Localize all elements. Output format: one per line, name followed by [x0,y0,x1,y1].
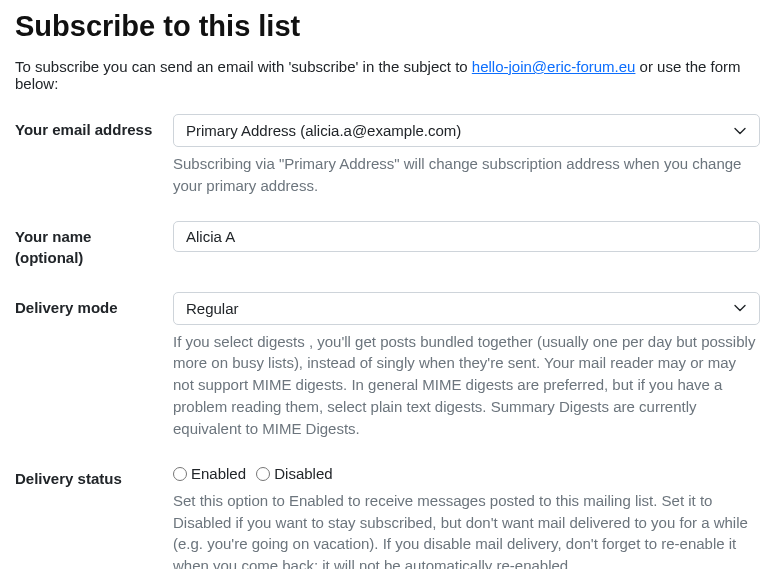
delivery-status-disabled-radio[interactable] [256,467,270,481]
delivery-status-disabled[interactable]: Disabled [256,465,332,482]
delivery-mode-label: Delivery mode [15,292,161,318]
delivery-status-enabled-label: Enabled [191,465,246,482]
email-help: Subscribing via "Primary Address" will c… [173,153,760,197]
delivery-mode-select[interactable]: Regular [173,292,760,325]
delivery-status-enabled-radio[interactable] [173,467,187,481]
delivery-status-label: Delivery status [15,463,161,489]
delivery-status-disabled-label: Disabled [274,465,332,482]
intro-text: To subscribe you can send an email with … [15,58,760,92]
name-label: Your name (optional) [15,221,161,268]
name-row: Your name (optional) [15,221,760,268]
delivery-mode-help: If you select digests , you'll get posts… [173,331,760,440]
intro-prefix: To subscribe you can send an email with … [15,58,472,75]
delivery-status-row: Delivery status Enabled Disabled Set thi… [15,463,760,569]
email-label: Your email address [15,114,161,140]
delivery-status-help: Set this option to Enabled to receive me… [173,490,760,569]
email-select[interactable]: Primary Address (alicia.a@example.com) [173,114,760,147]
subscribe-email-link[interactable]: hello-join@eric-forum.eu [472,58,636,75]
name-input[interactable] [173,221,760,252]
delivery-status-enabled[interactable]: Enabled [173,465,246,482]
delivery-mode-row: Delivery mode Regular If you select dige… [15,292,760,440]
email-row: Your email address Primary Address (alic… [15,114,760,197]
page-title: Subscribe to this list [15,10,760,43]
